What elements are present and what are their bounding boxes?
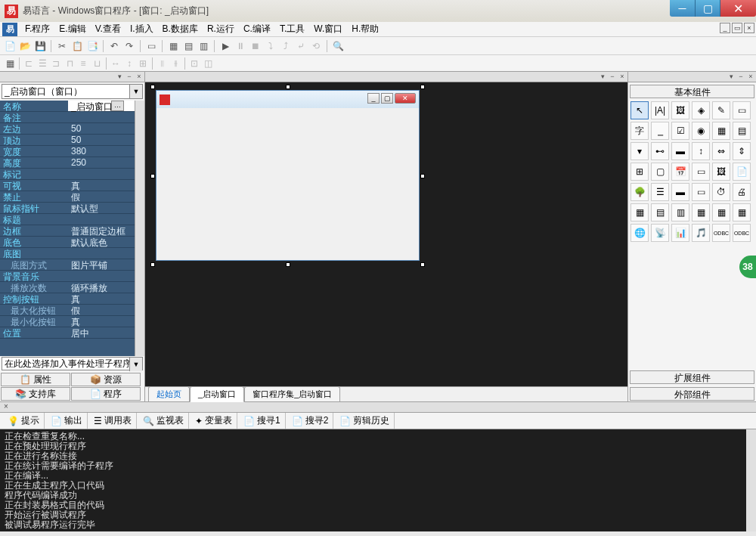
pause-icon[interactable]: ⏸ [234, 39, 247, 53]
property-value[interactable]: 默认型 [68, 203, 135, 213]
property-value[interactable] [68, 169, 135, 179]
menu-run[interactable]: R.运行 [203, 21, 239, 37]
property-row[interactable]: 底色默认底色 [0, 237, 135, 248]
property-row[interactable]: 禁止假 [0, 191, 135, 203]
property-value[interactable]: 居中 [68, 327, 135, 338]
section-external[interactable]: 外部组件 [630, 387, 754, 401]
btn-properties[interactable]: 📋属性 [1, 373, 70, 386]
form-min-button[interactable]: _ [367, 93, 380, 104]
save-icon[interactable]: 💾 [33, 39, 47, 53]
comp-radio-icon[interactable]: ◉ [692, 122, 710, 140]
comp-font-icon[interactable]: 字 [631, 122, 649, 140]
property-value[interactable]: 真 [68, 316, 135, 327]
form-max-button[interactable]: ▢ [381, 93, 393, 104]
tab-clipboard[interactable]: 📄剪辑历史 [335, 413, 395, 429]
property-row[interactable]: 备注 [0, 112, 135, 123]
window-icon[interactable]: ▭ [144, 39, 158, 53]
panel-close-icon[interactable]: × [135, 72, 144, 81]
comp-spin-icon[interactable]: ↕ [692, 142, 710, 160]
section-extended[interactable]: 扩展组件 [630, 370, 754, 384]
resize-handle[interactable] [286, 262, 290, 267]
comp-odbc2-icon[interactable]: ODBC [733, 224, 751, 242]
comp-print-icon[interactable]: 🖨 [733, 183, 751, 201]
tab-watch[interactable]: 🔍监视表 [138, 413, 189, 429]
property-row[interactable]: 最大化按钮假 [0, 305, 135, 316]
comp-button-icon[interactable]: ▭ [692, 163, 710, 181]
comp-scroll-icon[interactable]: ⇔ [712, 142, 730, 160]
menu-program[interactable]: F.程序 [20, 21, 54, 37]
open-icon[interactable]: 📂 [18, 39, 32, 53]
step-over-icon[interactable]: ⤵ [264, 39, 277, 53]
new-icon[interactable]: 📄 [3, 39, 17, 53]
comp-progress-icon[interactable]: ▬ [671, 142, 689, 160]
panel-minus-icon[interactable]: − [736, 72, 745, 81]
maximize-button[interactable]: ▢ [695, 0, 720, 17]
btn-program[interactable]: 📄程序 [71, 387, 141, 401]
comp-pointer-icon[interactable]: ↖ [631, 101, 649, 119]
comp-toolbar-icon[interactable]: ▬ [671, 183, 689, 201]
property-row[interactable]: 最小化按钮真 [0, 316, 135, 327]
property-value[interactable]: 250 [68, 157, 135, 168]
scrollbar-vertical[interactable] [746, 429, 756, 531]
tab-search2[interactable]: 📄搜寻2 [287, 413, 334, 429]
comp-chart-icon[interactable]: 📊 [671, 224, 689, 242]
menu-window[interactable]: W.窗口 [309, 21, 347, 37]
comp-calendar-icon[interactable]: 📅 [671, 163, 689, 181]
comp-line-icon[interactable]: ⎯ [651, 122, 669, 140]
property-row[interactable]: 底图方式图片平铺 [0, 259, 135, 271]
hspace-icon[interactable]: ⫴ [155, 57, 169, 70]
dropdown-arrow-icon[interactable]: ▼ [129, 85, 142, 98]
panel-pin-icon[interactable]: ▾ [115, 72, 124, 81]
stop-icon[interactable]: ⏹ [249, 39, 262, 53]
align-top-icon[interactable]: ⊓ [63, 57, 76, 70]
resize-handle[interactable] [420, 85, 425, 89]
property-row[interactable]: 宽度380 [0, 146, 135, 157]
form-close-button[interactable]: ✕ [395, 93, 416, 104]
property-row[interactable]: 标题 [0, 214, 135, 225]
property-value[interactable]: 假 [68, 305, 135, 315]
comp-db3-icon[interactable]: ▥ [671, 203, 689, 222]
panel-close-icon[interactable]: × [2, 402, 11, 412]
comp-tab-icon[interactable]: ⊞ [631, 163, 649, 181]
redo-icon[interactable]: ↷ [122, 39, 136, 53]
comp-db5-icon[interactable]: ▦ [712, 203, 730, 222]
tab-start-page[interactable]: 起始页 [148, 386, 190, 401]
comp-media-icon[interactable]: 🎵 [692, 224, 710, 242]
form-preview[interactable]: _ ▢ ✕ [156, 90, 420, 261]
align-left-icon[interactable]: ⊏ [22, 57, 36, 70]
tab-startup-window[interactable]: _启动窗口 [190, 386, 244, 402]
resize-handle[interactable] [150, 85, 155, 89]
property-value[interactable]: 默认底色 [68, 237, 135, 247]
comp-db6-icon[interactable]: ▦ [733, 203, 751, 222]
section-basic[interactable]: 基本组件 [630, 85, 754, 98]
comp-shape-icon[interactable]: ◈ [692, 101, 710, 119]
form-client-area[interactable] [156, 108, 419, 260]
property-row[interactable]: 控制按钮真 [0, 293, 135, 305]
dropdown-arrow-icon[interactable]: ▼ [129, 358, 142, 371]
form-designer[interactable]: _ ▢ ✕ [153, 87, 423, 267]
breakpoint-icon[interactable]: ⟲ [309, 39, 323, 53]
same-width-icon[interactable]: ↔ [109, 57, 122, 70]
property-row[interactable]: 背景音乐 [0, 271, 135, 282]
comp-frame-icon[interactable]: ▢ [651, 163, 669, 181]
comp-file-icon[interactable]: 📄 [733, 163, 751, 181]
tab-hints[interactable]: 💡提示 [3, 413, 45, 429]
comp-label-icon[interactable]: |A| [651, 101, 669, 119]
comp-edit-icon[interactable]: ✎ [712, 101, 730, 119]
property-row[interactable]: 底图 [0, 248, 135, 259]
menu-view[interactable]: V.查看 [91, 21, 125, 37]
paste-icon[interactable]: 📑 [85, 39, 99, 53]
layout2-icon[interactable]: ▤ [181, 39, 195, 53]
panel-pin-icon[interactable]: ▾ [598, 72, 607, 81]
comp-odbc1-icon[interactable]: ODBC [712, 224, 730, 242]
panel-minus-icon[interactable]: − [608, 72, 617, 81]
grid-icon[interactable]: ▦ [3, 57, 17, 70]
minimize-button[interactable]: ─ [670, 0, 695, 17]
vspace-icon[interactable]: ⫵ [169, 57, 182, 70]
comp-net1-icon[interactable]: 🌐 [631, 224, 649, 242]
step-into-icon[interactable]: ⤴ [279, 39, 293, 53]
center-h-icon[interactable]: ⊡ [187, 57, 201, 70]
comp-listview-icon[interactable]: ☰ [651, 183, 669, 201]
menu-insert[interactable]: I.插入 [125, 21, 158, 37]
property-row[interactable]: 可视真 [0, 180, 135, 191]
